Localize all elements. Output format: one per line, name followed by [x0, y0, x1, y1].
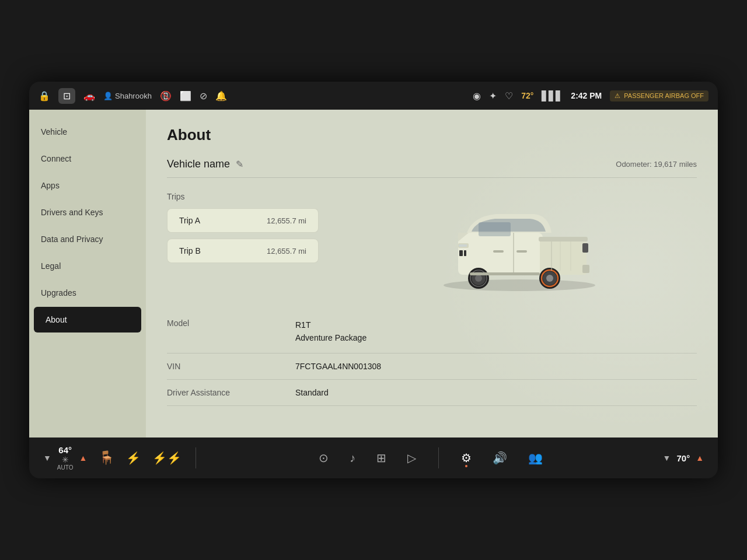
svg-point-0	[444, 279, 595, 291]
model-value: R1T Adventure Package	[295, 318, 366, 345]
car-icon[interactable]: 🚗	[83, 90, 95, 102]
left-temp-up[interactable]: ▲	[76, 452, 89, 464]
svg-rect-4	[479, 222, 511, 236]
display-icon[interactable]: ⊡	[58, 88, 75, 104]
sidebar-label-about: About	[46, 315, 67, 324]
right-temp-down[interactable]: ▼	[661, 452, 673, 464]
svg-rect-11	[516, 250, 527, 253]
sidebar-item-drivers-keys[interactable]: Drivers and Keys	[29, 200, 146, 225]
lock-icon[interactable]: 🔒	[39, 90, 50, 102]
main-content: Vehicle Connect Apps Drivers and Keys Da…	[29, 110, 718, 438]
status-bar-right: ◉ ✦ ♡ 72° ▋▋▋ 2:42 PM ⚠ PASSENGER AIRBAG…	[473, 90, 708, 102]
sidebar-label-upgrades: Upgrades	[41, 288, 76, 298]
page-title: About	[167, 126, 697, 144]
volume-icon[interactable]: 🔊	[489, 447, 511, 468]
wifi-icon[interactable]: 📵	[160, 90, 172, 102]
odometer-display: Odometer: 19,617 miles	[616, 160, 697, 169]
bottom-bar: ▼ 64° ✳ AUTO ▲ 🪑 ⚡ ⚡⚡ ⊙ ♪ ⊞ ▷ ⚙	[29, 438, 718, 478]
passengers-icon[interactable]: 👥	[525, 447, 546, 468]
model-row: Model R1T Adventure Package	[167, 310, 697, 354]
bottom-center-icons: ⊙ ♪ ⊞ ▷ ⚙ 🔊 👥	[207, 447, 654, 468]
right-temp-display: 70°	[676, 453, 690, 463]
sidebar-item-apps[interactable]: Apps	[29, 173, 146, 198]
separator-1	[196, 447, 196, 468]
vin-row: VIN 7FCTGAAL4NN001308	[167, 354, 697, 380]
svg-rect-6	[459, 244, 467, 247]
svg-point-17	[546, 275, 553, 282]
driver-assistance-value: Standard	[295, 388, 329, 397]
sidebar-label-drivers-keys: Drivers and Keys	[41, 208, 103, 217]
wifi-signal-icon: ◉	[473, 90, 481, 102]
airbag-warning: ⚠ PASSENGER AIRBAG OFF	[610, 90, 708, 102]
auto-label: AUTO	[57, 464, 74, 471]
vin-label: VIN	[167, 362, 284, 371]
trip-b-item[interactable]: Trip B 12,655.7 mi	[167, 239, 319, 263]
user-icon: 👤	[103, 92, 113, 100]
status-bar-left: 🔒 ⊡ 🚗 👤 Shahrookh 📵 ⬜ ⊘ 🔔	[39, 88, 465, 104]
svg-rect-25	[582, 265, 589, 273]
trip-a-name: Trip A	[179, 216, 200, 225]
outside-temp: 72°	[521, 91, 533, 100]
qr-code-icon[interactable]: ⊞	[373, 447, 390, 468]
sidebar-label-connect: Connect	[41, 154, 71, 163]
vehicle-name-label: Vehicle name	[167, 158, 230, 170]
left-temp-control: ▼ 64° ✳ AUTO ▲	[41, 445, 89, 471]
edit-vehicle-name-icon[interactable]: ✎	[236, 159, 243, 170]
content-area: About Vehicle name ✎ Odometer: 19,617 mi…	[146, 110, 718, 438]
bluetooth-icon: ✦	[489, 90, 497, 102]
vehicle-name-section: Vehicle name ✎ Odometer: 19,617 miles	[167, 158, 697, 178]
signal-bars-icon: ▋▋▋	[542, 90, 563, 102]
trip-a-distance: 12,655.7 mi	[267, 216, 306, 225]
svg-rect-8	[464, 250, 466, 256]
sidebar-label-vehicle: Vehicle	[41, 127, 67, 136]
sidebar-label-legal: Legal	[41, 261, 61, 271]
clock: 2:42 PM	[571, 91, 602, 100]
defrost-icon[interactable]: ⚡	[123, 447, 144, 468]
navigation-icon[interactable]: ⊙	[315, 447, 332, 468]
trip-a-item[interactable]: Trip A 12,655.7 mi	[167, 208, 319, 233]
right-temp-control: ▼ 70° ▲	[661, 452, 706, 464]
driver-assistance-label: Driver Assistance	[167, 388, 284, 397]
sidebar-item-connect[interactable]: Connect	[29, 146, 146, 172]
svg-point-14	[475, 275, 482, 282]
vehicle-name-row: Vehicle name ✎	[167, 158, 243, 170]
airbag-text: PASSENGER AIRBAG OFF	[624, 92, 704, 99]
camera-status-icon[interactable]: ⊘	[200, 90, 207, 102]
separator-2	[438, 447, 439, 468]
sidebar-item-data-privacy[interactable]: Data and Privacy	[29, 226, 146, 252]
camera-icon[interactable]: ▷	[404, 447, 420, 468]
svg-rect-21	[582, 243, 588, 253]
rear-defrost-icon[interactable]: ⚡⚡	[149, 447, 185, 468]
trip-b-distance: 12,655.7 mi	[267, 247, 306, 256]
right-temp-up[interactable]: ▲	[693, 452, 706, 464]
settings-icon[interactable]: ⚙	[458, 447, 475, 468]
trips-label: Trips	[167, 192, 319, 201]
trips-left: Trips Trip A 12,655.7 mi Trip B 12,655.7…	[167, 192, 319, 269]
fan-icon: ✳	[62, 455, 69, 464]
svg-rect-3	[539, 237, 588, 242]
sidebar-label-apps: Apps	[41, 181, 60, 190]
svg-rect-7	[459, 250, 463, 256]
settings-active-dot	[465, 465, 467, 467]
bell-icon[interactable]: 🔔	[215, 90, 227, 102]
sidebar-item-about[interactable]: About	[34, 307, 141, 332]
sidebar-item-upgrades[interactable]: Upgrades	[29, 280, 146, 306]
seat-heat-icon[interactable]: 🪑	[95, 447, 118, 469]
sidebar-item-legal[interactable]: Legal	[29, 253, 146, 279]
network-icon: ♡	[505, 90, 513, 102]
sidebar-label-data-privacy: Data and Privacy	[41, 235, 103, 244]
vehicle-image-area	[342, 192, 697, 294]
svg-rect-1	[458, 233, 543, 275]
model-name: R1T	[295, 318, 366, 331]
svg-rect-10	[493, 250, 504, 253]
sidebar-item-vehicle[interactable]: Vehicle	[29, 119, 146, 145]
seat-controls: 🪑 ⚡ ⚡⚡	[95, 447, 185, 469]
music-icon[interactable]: ♪	[346, 448, 359, 468]
model-label: Model	[167, 318, 284, 328]
left-temp-down[interactable]: ▼	[41, 452, 54, 464]
trip-b-name: Trip B	[179, 246, 201, 256]
user-display[interactable]: 👤 Shahrookh	[103, 92, 152, 100]
garage-icon[interactable]: ⬜	[180, 90, 191, 102]
left-temp-display: 64°	[58, 445, 72, 455]
svg-rect-20	[470, 272, 540, 275]
